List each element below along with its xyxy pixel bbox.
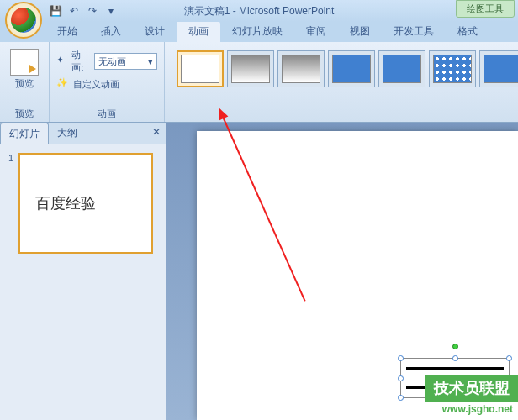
transition-item[interactable] (328, 50, 375, 87)
preview-icon (10, 49, 39, 76)
panel-tabs: 幻灯片 大纲 ✕ (0, 123, 166, 144)
animation-value: 无动画 (98, 55, 126, 68)
group-animation: ✦ 动画: 无动画 ▾ ✨ 自定义动画 动画 (50, 42, 165, 122)
contextual-tab-label: 绘图工具 (456, 0, 515, 18)
preview-button[interactable]: 预览 (7, 45, 42, 93)
resize-handle[interactable] (398, 395, 404, 401)
chevron-down-icon: ▾ (148, 56, 153, 67)
panel-close-icon[interactable]: ✕ (152, 126, 161, 138)
transition-item[interactable] (479, 50, 518, 87)
transition-item[interactable] (378, 50, 426, 87)
window-title: 演示文稿1 - Microsoft PowerPoint (184, 4, 335, 18)
thumbnail-text: 百度经验 (35, 193, 96, 213)
panel-tab-slides[interactable]: 幻灯片 (0, 123, 49, 144)
tab-home[interactable]: 开始 (45, 21, 89, 42)
redo-icon[interactable]: ↷ (84, 3, 101, 19)
panel-tab-outline[interactable]: 大纲 (49, 123, 86, 144)
transition-fade[interactable] (227, 50, 274, 87)
ribbon: 预览 预览 ✦ 动画: 无动画 ▾ ✨ 自定义动画 动画 (0, 42, 518, 123)
title-bar: 💾 ↶ ↷ ▾ 演示文稿1 - Microsoft PowerPoint 绘图工… (0, 0, 518, 22)
resize-handle[interactable] (452, 355, 458, 361)
tab-developer[interactable]: 开发工具 (382, 21, 446, 42)
ribbon-tabs: 开始 插入 设计 动画 幻灯片放映 审阅 视图 开发工具 格式 (0, 22, 518, 42)
rotate-handle[interactable] (452, 344, 458, 349)
transition-item[interactable] (429, 50, 476, 87)
animation-label: 动画: (71, 49, 91, 74)
animation-icon: ✦ (56, 55, 68, 68)
star-icon: ✨ (56, 77, 70, 91)
resize-handle[interactable] (398, 375, 404, 381)
thumbnail-list: 1 百度经验 (0, 144, 166, 420)
watermark-url: www.jsgho.net (442, 403, 513, 415)
tab-slideshow[interactable]: 幻灯片放映 (220, 21, 294, 42)
tab-review[interactable]: 审阅 (294, 21, 338, 42)
tab-view[interactable]: 视图 (338, 21, 382, 42)
tab-design[interactable]: 设计 (133, 21, 177, 42)
thumbnail-preview: 百度经验 (18, 153, 153, 254)
tab-format[interactable]: 格式 (446, 21, 489, 42)
transition-fade-black[interactable] (278, 50, 325, 87)
thumbnail-number: 1 (8, 153, 13, 254)
quick-access-toolbar: 💾 ↶ ↷ ▾ (47, 3, 119, 19)
thumbnail-item[interactable]: 1 百度经验 (8, 153, 157, 254)
custom-animation-button[interactable]: ✨ 自定义动画 (56, 77, 157, 91)
watermark-text: 技术员联盟 (426, 375, 518, 402)
qat-dropdown-icon[interactable]: ▾ (103, 3, 119, 19)
group-label-preview: 预览 (7, 106, 42, 120)
resize-handle[interactable] (506, 355, 512, 361)
transition-none[interactable] (177, 50, 224, 87)
group-preview: 预览 预览 (0, 42, 50, 122)
slides-panel: 幻灯片 大纲 ✕ 1 百度经验 (0, 123, 166, 420)
animation-select[interactable]: 无动画 ▾ (94, 53, 157, 70)
undo-icon[interactable]: ↶ (66, 3, 82, 19)
tab-animation[interactable]: 动画 (177, 21, 220, 42)
office-button[interactable] (5, 2, 42, 39)
tab-insert[interactable]: 插入 (89, 21, 133, 42)
save-icon[interactable]: 💾 (47, 3, 64, 19)
custom-animation-label: 自定义动画 (73, 78, 119, 91)
animation-row: ✦ 动画: 无动画 ▾ (56, 49, 157, 74)
resize-handle[interactable] (398, 355, 404, 361)
preview-label: 预览 (15, 77, 34, 90)
group-label-animation: 动画 (56, 106, 157, 120)
